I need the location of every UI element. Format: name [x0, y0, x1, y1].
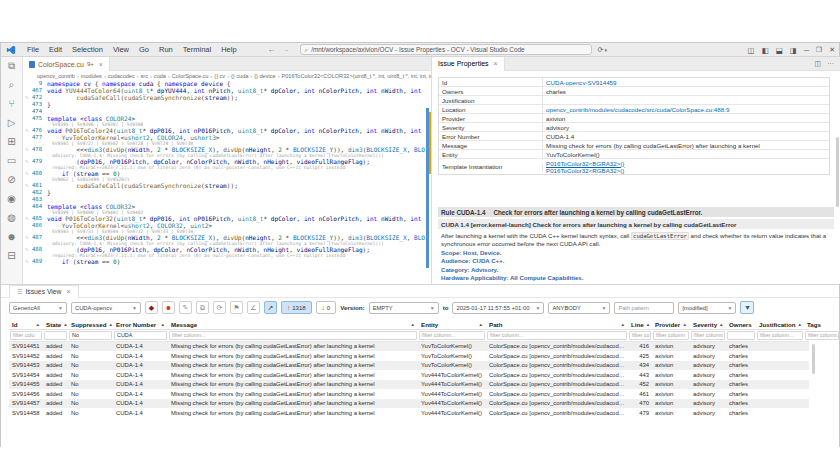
axivion-grid-icon[interactable]: ⊟ — [7, 251, 15, 261]
link-icon[interactable]: ⧉ — [196, 301, 209, 314]
toggle-panel-layout-icon[interactable]: ◫ — [748, 46, 755, 55]
more-actions-icon[interactable]: ⋯ — [827, 60, 834, 68]
column-header-owners[interactable]: Owners — [726, 320, 756, 329]
filter-input-path[interactable]: filter column... — [487, 331, 627, 340]
chevron-down-icon[interactable]: ▾ — [604, 47, 607, 53]
code-line[interactable]: ✎489 if (stream == 0) — [23, 258, 425, 265]
menu-run[interactable]: Run — [154, 45, 178, 54]
breadcrumb-item[interactable]: {} cv — [214, 73, 225, 79]
source-control-icon[interactable]: ⑂ — [9, 99, 15, 109]
owner-select[interactable]: ANYBODY▼ — [548, 302, 610, 314]
column-header-path[interactable]: Path▲ — [486, 320, 628, 329]
code-line[interactable]: 486 YuvToColorKernel<ushort2, COLOR32, u… — [23, 222, 425, 229]
column-header-severity[interactable]: Severity▲ — [690, 320, 726, 329]
menu-terminal[interactable]: Terminal — [178, 45, 216, 54]
filter-input-justification[interactable]: filter column... — [757, 331, 803, 340]
code-editor[interactable]: 9namespace cv { namespace cuda { namespa… — [23, 80, 425, 284]
filter-input-entity[interactable]: filter column... — [419, 331, 485, 340]
breadcrumb-item[interactable]: {} cuda — [231, 73, 248, 79]
menu-help[interactable]: Help — [216, 45, 241, 54]
column-header-error-number[interactable]: Error Number▲ — [113, 320, 168, 329]
close-button[interactable]: ✕ — [829, 46, 835, 54]
apply-filter-button[interactable]: ▼ — [740, 301, 754, 314]
column-header-tags[interactable]: Tags — [804, 320, 840, 329]
code-line[interactable]: ✎472 cudaSafeCall(cudaStreamSynchronize(… — [23, 94, 425, 101]
explorer-icon[interactable]: ⧉ — [8, 61, 15, 71]
code-line[interactable]: ✎478 <<<dim3(divUp(nWidth, 2 * BLOCKSIZE… — [23, 146, 425, 153]
toggle-sidebar-icon[interactable]: ◧ — [762, 46, 769, 55]
project-select[interactable]: CUDA-opencv▼ — [71, 302, 141, 314]
issue-kind-select[interactable]: GenericAll▼ — [9, 302, 67, 314]
version-to-select[interactable]: 2025-01-17 11:57:55 +01:00▼ — [452, 302, 544, 314]
issue-row-SV914458[interactable]: SV914458addedNoCUDA-1.4Missing check for… — [9, 408, 809, 418]
split-editor-icon[interactable]: ◫ — [814, 60, 821, 68]
filter-input-message[interactable]: filter column... — [169, 331, 417, 340]
menu-go[interactable]: Go — [134, 45, 154, 54]
forward-icon[interactable]: → — [282, 45, 290, 54]
filter-input-line[interactable]: filter co — [629, 331, 651, 340]
line-chart-icon[interactable]: ↗ — [264, 301, 277, 314]
flag-icon[interactable]: ⚑ — [230, 301, 243, 314]
state-select[interactable]: [modified]▼ — [678, 302, 736, 314]
breadcrumb-item[interactable]: src — [141, 73, 148, 79]
filter-input-state[interactable] — [44, 331, 67, 340]
code-line[interactable]: 475template <class COLOR24> — [23, 115, 425, 122]
column-header-state[interactable]: State▲ — [43, 320, 68, 329]
code-line[interactable]: 473} — [23, 101, 425, 108]
refresh-icon[interactable]: ⟳ — [598, 46, 604, 54]
circle-slash-icon[interactable]: ⊘ — [7, 175, 15, 185]
path-pattern-input[interactable]: Path pattern — [614, 302, 674, 314]
issue-row-SV914454[interactable]: SV914454addedNoCUDA-1.4Missing check for… — [9, 370, 809, 380]
command-center-search[interactable]: ⌕ /mnt/workspace/axivion/OCV - Issue Pro… — [300, 44, 592, 55]
column-header-message[interactable]: Message▲ — [168, 320, 418, 329]
column-header-suppressed[interactable]: Suppressed▲ — [68, 320, 113, 329]
property-link[interactable]: P016ToColor32<BGRA32>() — [546, 160, 624, 167]
code-line[interactable]: ✎485void P016ToColor32(uint8_t* dpP016, … — [23, 215, 425, 222]
issue-row-SV914453[interactable]: SV914453addedNoCUDA-1.4Missing check for… — [9, 361, 809, 371]
column-header-line[interactable]: Line▲ — [628, 320, 652, 329]
tab-close-icon[interactable]: × — [67, 288, 71, 295]
menu-file[interactable]: File — [22, 45, 44, 54]
refresh-icon[interactable]: ⟳ — [213, 301, 226, 314]
code-line[interactable]: ✎479 (dpP016, nP016Pitch, dpColor, nColo… — [23, 158, 425, 165]
breadcrumb-item[interactable]: opencv_contrib — [37, 73, 75, 79]
tab-close-icon[interactable]: × — [99, 61, 103, 68]
issue-row-SV914451[interactable]: SV914451addedNoCUDA-1.4Missing check for… — [9, 342, 809, 352]
globe-icon[interactable]: ◍ — [7, 213, 16, 223]
run-debug-icon[interactable]: ▷ — [8, 118, 16, 128]
filter-input-tags[interactable]: filter column... — [805, 331, 839, 340]
property-link[interactable]: opencv_contrib/modules/cudacodec/src/cud… — [546, 106, 729, 113]
breadcrumb-item[interactable]: {} device — [254, 73, 275, 79]
code-line[interactable]: 467void YUV444ToColor64(uint8_t* dpYUV44… — [23, 87, 425, 94]
user-filter-icon[interactable]: ☻ — [162, 301, 175, 314]
breadcrumb-item[interactable]: cuda — [154, 73, 166, 79]
menu-edit[interactable]: Edit — [44, 45, 67, 54]
property-link[interactable]: P016ToColor32<RGBA32>() — [546, 167, 624, 174]
run-circle-icon[interactable]: ◉ — [7, 194, 16, 204]
breadcrumb-item[interactable]: P016ToColor32<COLOR32>(uint8_t *, int, u… — [281, 73, 431, 79]
issue-row-SV914452[interactable]: SV914452addedNoCUDA-1.4Missing check for… — [9, 351, 809, 361]
back-icon[interactable]: ← — [268, 45, 276, 54]
breadcrumb-item[interactable]: ColorSpace.cu — [172, 73, 209, 79]
filter-input-suppressed[interactable]: No — [69, 331, 112, 340]
issue-flame-icon[interactable]: ◆ — [145, 301, 158, 314]
filter-input-error-number[interactable]: CUDA — [114, 331, 167, 340]
tab-close-icon[interactable]: × — [494, 60, 498, 67]
code-line[interactable]: 482} — [23, 189, 425, 196]
filter-input-severity[interactable]: filter column — [691, 331, 725, 340]
code-line[interactable]: 484template <class COLOR32> — [23, 203, 425, 210]
filter-input-owners[interactable] — [727, 331, 755, 340]
toggle-bottom-panel-icon[interactable]: ⬓ — [776, 46, 783, 55]
column-header-id[interactable]: Id▲ — [9, 320, 43, 329]
filter-input-provider[interactable]: filter column — [653, 331, 689, 340]
issue-row-SV914455[interactable]: SV914455addedNoCUDA-1.4Missing check for… — [9, 380, 809, 390]
edit-icon[interactable]: ✎ — [179, 301, 192, 314]
table-scrollbar[interactable] — [812, 344, 815, 374]
version-from-select[interactable]: EMPTY▼ — [369, 302, 439, 314]
menu-selection[interactable]: Selection — [67, 45, 108, 54]
column-header-provider[interactable]: Provider▲ — [652, 320, 690, 329]
restore-button[interactable]: ❐ — [816, 46, 822, 54]
tab-issue-properties[interactable]: Issue Properties × — [432, 57, 505, 71]
issue-row-SV914456[interactable]: SV914456addedNoCUDA-1.4Missing check for… — [9, 389, 809, 399]
breadcrumb-item[interactable]: cudacodec — [108, 73, 135, 79]
